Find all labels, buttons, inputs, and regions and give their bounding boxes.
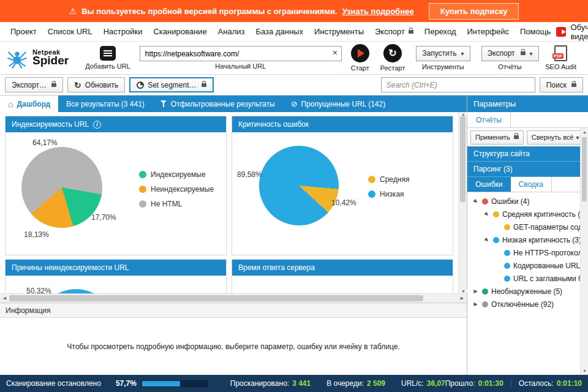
legend-item-nonhtml: Не HTML: [139, 200, 214, 208]
information-panel: Информация Чтобы просмотреть подробную и…: [0, 303, 467, 375]
response-time-chart-card: Время ответа сервера: [232, 259, 453, 293]
tab-errors[interactable]: Ошибки: [467, 177, 511, 192]
apply-button[interactable]: Применить: [470, 130, 524, 145]
menu-crawling[interactable]: Сканирование: [148, 24, 212, 39]
initial-url-caption: Начальный URL: [215, 62, 266, 70]
indexability-chart-card: Индексируемость URL i 64,17% 17,70% 18,1…: [5, 116, 227, 255]
scroll-left-icon[interactable]: ◀: [0, 294, 9, 303]
scanned-counter: Просканировано:3 441: [230, 379, 311, 388]
menu-tools[interactable]: Инструменты: [309, 24, 369, 39]
tree-item-low-severity[interactable]: ▶ Низкая критичность (3): [467, 233, 580, 246]
menu-settings[interactable]: Настройки: [98, 24, 148, 39]
sidebar-scroll-thumb[interactable]: [582, 137, 587, 202]
pie-value-label: 17,70%: [91, 213, 116, 222]
progress-bar-fill: [142, 381, 180, 386]
menu-project[interactable]: Проект: [5, 24, 42, 39]
menu-export[interactable]: Экспорт: [369, 24, 419, 39]
chart-title: Индексируемость URL: [12, 120, 89, 129]
run-tools-dropdown[interactable]: Запустить ▾: [416, 46, 470, 61]
tab-filtered-results[interactable]: Отфильтрованные результаты: [153, 96, 283, 112]
scroll-down-icon[interactable]: ▼: [459, 289, 468, 293]
scroll-down-icon[interactable]: ▼: [581, 367, 588, 375]
menu-interface[interactable]: Интерфейс: [462, 24, 514, 39]
menu-database[interactable]: База данных: [251, 24, 309, 39]
information-panel-message: Чтобы просмотреть подробную информацию, …: [0, 318, 467, 375]
sidebar-scrollbar[interactable]: ▲ ▼: [580, 128, 588, 375]
tab-dashboard[interactable]: ⌂ Дашборд: [0, 96, 58, 112]
start-button[interactable]: Старт: [351, 44, 369, 72]
tutorial-videos-link[interactable]: Обучающие видео: [556, 23, 588, 41]
tab-all-results[interactable]: Все результаты (3 441): [58, 96, 153, 112]
section-site-structure[interactable]: Структура сайта: [467, 146, 580, 162]
export-dropdown[interactable]: Экспорт ▾: [481, 46, 539, 61]
learn-more-link[interactable]: Узнать подробнее: [342, 7, 414, 16]
expander-icon[interactable]: ▶: [472, 302, 479, 307]
queue-counter: В очереди:2 509: [326, 379, 385, 388]
tab-summary[interactable]: Сводка: [511, 177, 552, 192]
menu-help[interactable]: Помощь: [514, 24, 556, 39]
search-button[interactable]: Поиск: [540, 77, 583, 92]
buy-subscription-button[interactable]: Купить подписку: [429, 3, 519, 20]
expander-icon[interactable]: ▶: [483, 236, 491, 244]
refresh-icon: ↻: [74, 81, 81, 89]
section-parsing[interactable]: Парсинг (3): [467, 162, 580, 177]
brand-spider: Spider: [32, 54, 69, 67]
add-url-button[interactable]: Добавить URL: [85, 46, 130, 70]
set-segment-button[interactable]: Set segment…: [129, 77, 213, 92]
info-icon[interactable]: i: [93, 121, 101, 129]
tree-item-disabled[interactable]: ▶ Отключённые (92): [467, 298, 580, 311]
crawl-status-text: Сканирование остановлено: [6, 379, 101, 388]
tree-item-uppercase-urls[interactable]: URL с заглавными бу: [467, 272, 580, 285]
tree-item-encoded-urls[interactable]: Кодированные URL (3: [467, 259, 580, 272]
menu-go[interactable]: Переход: [419, 24, 462, 39]
dashboard-vertical-scrollbar[interactable]: ▲ ▼: [458, 112, 467, 293]
tab-skipped-urls[interactable]: ⊘ Пропущенные URL (142): [283, 96, 394, 112]
youtube-icon: [556, 27, 566, 37]
scroll-right-icon[interactable]: ▶: [458, 294, 467, 303]
menu-url-list[interactable]: Список URL: [42, 24, 98, 39]
main-toolbar: Netpeak Spider Добавить URL × Начальный …: [0, 42, 588, 75]
lock-icon: [514, 135, 519, 139]
dashboard-horizontal-scrollbar[interactable]: ◀ ▶: [0, 293, 467, 303]
tab-reports[interactable]: Отчёты: [467, 112, 511, 127]
tree-item-get-params[interactable]: GET-параметры соде: [467, 221, 580, 233]
error-bullet: [482, 288, 488, 295]
error-bullet: [504, 263, 510, 269]
tree-item-errors[interactable]: ▶ Ошибки (4): [467, 195, 580, 208]
export-reports-group: Экспорт ▾ Отчёты: [481, 46, 539, 70]
tree-item-medium-severity[interactable]: ▶ Средняя критичность (1): [467, 208, 580, 221]
play-icon: [358, 49, 364, 58]
seo-audit-button[interactable]: PDF SEO Audit: [545, 45, 576, 70]
progress-bar: [141, 380, 208, 387]
elapsed-time: Прошло:0:01:30: [445, 379, 503, 388]
tree-item-non-https[interactable]: Не HTTPS-протокол (3: [467, 246, 580, 259]
error-bullet: [493, 237, 499, 243]
home-icon: ⌂: [8, 100, 13, 108]
segment-pie-icon: [137, 81, 144, 89]
progress-percent: 57,7%: [116, 379, 137, 388]
error-bullet: [504, 276, 510, 282]
trial-text: Вы пользуетесь пробной версией программы…: [81, 7, 337, 16]
legend-dot: [139, 171, 146, 178]
restart-button[interactable]: ↻ Рестарт: [380, 44, 405, 72]
legend-item-indexable: Индексируемые: [139, 170, 214, 179]
expander-icon[interactable]: ▶: [472, 289, 479, 294]
initial-url-input[interactable]: [140, 46, 342, 61]
collapse-all-button[interactable]: Свернуть всё ▾: [527, 130, 588, 145]
horizontal-scroll-thumb[interactable]: [9, 295, 423, 301]
export-table-button[interactable]: Экспорт…: [5, 77, 63, 92]
expander-icon[interactable]: ▶: [483, 210, 491, 218]
tab-parameters[interactable]: Параметры: [467, 96, 588, 112]
status-bar: Сканирование остановлено 57,7% Просканир…: [0, 375, 588, 392]
chart-legend: Индексируемые Неиндексируемые Не HTML: [139, 170, 214, 208]
tree-item-undetected[interactable]: ▶ Необнаруженные (5): [467, 285, 580, 298]
scroll-up-icon[interactable]: ▲: [459, 112, 468, 116]
clear-url-icon[interactable]: ×: [333, 48, 337, 57]
expander-icon[interactable]: ▶: [472, 197, 480, 205]
refresh-button[interactable]: ↻ Обновить: [67, 77, 125, 92]
menu-analysis[interactable]: Анализ: [213, 24, 251, 39]
spider-icon: [6, 47, 28, 69]
scroll-up-icon[interactable]: ▲: [581, 128, 588, 136]
vertical-scroll-thumb[interactable]: [460, 116, 466, 202]
search-input[interactable]: [381, 77, 535, 92]
